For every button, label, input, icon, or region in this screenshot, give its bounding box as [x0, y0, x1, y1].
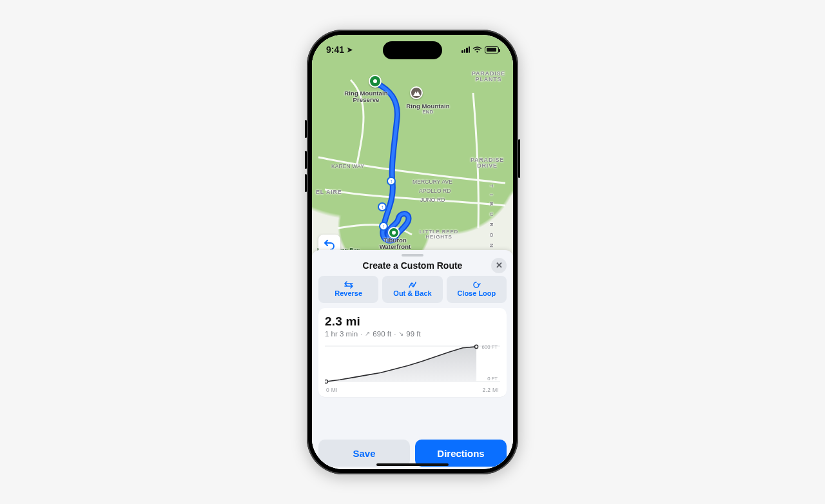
sheet-grabber[interactable] [402, 254, 423, 257]
out-and-back-button[interactable]: Out & Back [382, 276, 442, 303]
close-button[interactable]: ✕ [491, 258, 507, 273]
out-and-back-icon [408, 281, 417, 289]
map-label-tiburon: T I B U R O N [489, 184, 494, 250]
elev-y-bot: 0 FT [487, 376, 498, 382]
elevation-svg: 600 FT 0 FT [325, 343, 500, 385]
close-loop-icon [472, 281, 481, 289]
elevation-chart: 600 FT 0 FT 0 MI 2.2 MI [325, 343, 500, 393]
descent-icon: ↘ [398, 330, 403, 337]
map-label-juno-rd: JUNO RD [420, 197, 445, 203]
save-button[interactable]: Save [318, 440, 410, 467]
reverse-icon [344, 281, 353, 289]
map-label-ring-mountain-preserve: Ring Mountain Preserve [343, 90, 389, 103]
route-sheet: Create a Custom Route ✕ Reverse Out & Ba… [312, 250, 513, 469]
map-label-el-aire: EL AIRE [316, 189, 342, 195]
route-stats-card: 2.3 mi 1 hr 3 min · ↗ 690 ft · ↘ 99 ft [318, 308, 507, 397]
close-loop-button[interactable]: Close Loop [447, 276, 507, 303]
svg-point-3 [475, 345, 478, 348]
undo-icon [324, 239, 335, 249]
reverse-label: Reverse [335, 289, 362, 297]
iphone-frame: 9:41 ➤ [307, 30, 518, 474]
route-subline: 1 hr 3 min · ↗ 690 ft · ↘ 99 ft [325, 330, 500, 338]
directions-button[interactable]: Directions [415, 440, 507, 467]
elev-y-top: 600 FT [482, 344, 498, 350]
dynamic-island [383, 41, 442, 59]
status-left: 9:41 ➤ [326, 44, 353, 55]
close-icon: ✕ [496, 260, 503, 270]
route-waypoint-marker[interactable]: ↑ [378, 202, 387, 211]
route-waypoint-marker[interactable]: ↑ [387, 177, 396, 186]
map-label-ring-mountain: Ring Mountain END [402, 103, 454, 115]
out-and-back-label: Out & Back [393, 289, 431, 297]
home-indicator[interactable] [376, 463, 449, 466]
battery-icon [485, 46, 499, 53]
save-label: Save [353, 448, 375, 459]
svg-point-2 [325, 380, 327, 383]
status-right [461, 46, 499, 53]
route-option-row: Reverse Out & Back Close Loop [317, 276, 508, 308]
ascent-icon: ↗ [365, 330, 370, 337]
sheet-title: Create a Custom Route [363, 260, 463, 271]
phone-screen: 9:41 ➤ [312, 35, 513, 469]
route-waypoint-marker[interactable]: ↑ [379, 222, 388, 231]
reverse-button[interactable]: Reverse [318, 276, 378, 303]
map-label-mercury-ave: MERCURY AVE [412, 179, 452, 185]
status-time: 9:41 [326, 44, 344, 55]
route-ascent: 690 ft [373, 330, 391, 338]
elev-x-right: 2.2 MI [483, 387, 499, 393]
page: 9:41 ➤ [0, 0, 825, 504]
wifi-icon [472, 46, 482, 53]
route-duration: 1 hr 3 min [325, 330, 358, 338]
route-descent: 99 ft [406, 330, 420, 338]
map-pin-start[interactable] [369, 75, 382, 88]
directions-label: Directions [437, 448, 484, 459]
close-loop-label: Close Loop [457, 289, 496, 297]
map-label-paradise-plants: PARADISE PLANTS [469, 71, 508, 83]
map-label-paradise-drive: PARADISE DRIVE [468, 157, 507, 170]
elevation-x-axis: 0 MI 2.2 MI [325, 385, 500, 393]
map-pin-end[interactable] [410, 86, 423, 99]
map-label-apollo-rd: APOLLO RD [419, 188, 451, 194]
map-label-karen-way: KAREN WAY [331, 164, 364, 170]
sheet-header: Create a Custom Route ✕ [317, 259, 508, 276]
elev-x-left: 0 MI [326, 387, 338, 393]
map-label-little-reed-heights: LITTLE REED HEIGHTS [416, 229, 461, 240]
route-distance: 2.3 mi [325, 315, 500, 329]
signal-icon [461, 46, 470, 53]
location-arrow-icon: ➤ [347, 46, 353, 54]
